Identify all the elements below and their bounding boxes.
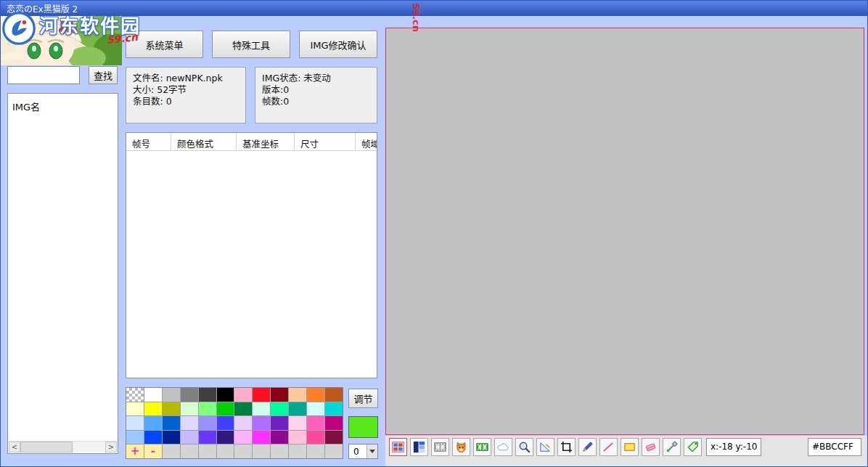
palette-swatch[interactable]: [307, 402, 324, 416]
combo-dropdown-button[interactable]: [367, 444, 377, 458]
filmstrip-tool-button[interactable]: [431, 438, 449, 456]
palette-empty-slot[interactable]: [199, 444, 216, 458]
palette-swatch[interactable]: [253, 388, 270, 402]
palette-swatch[interactable]: [271, 388, 288, 402]
palette-swatch[interactable]: [144, 431, 162, 444]
rectangle-tool-button[interactable]: [621, 438, 639, 456]
palette-remove-button[interactable]: -: [144, 444, 162, 458]
column-frame-number[interactable]: 帧号: [126, 133, 171, 150]
palette-transparent-swatch[interactable]: [126, 388, 144, 402]
palette-swatch[interactable]: [144, 416, 162, 430]
film-reel-tool-button[interactable]: [473, 438, 491, 456]
pencil-icon: [581, 440, 594, 454]
palette-swatch[interactable]: [289, 431, 306, 444]
frame-table[interactable]: 帧号 颜色格式 基准坐标 尺寸 帧域: [126, 132, 377, 378]
line-icon: [602, 440, 615, 454]
palette-swatch[interactable]: [126, 416, 144, 430]
eraser-tool-button[interactable]: [642, 438, 660, 456]
palette-swatch[interactable]: [253, 416, 270, 430]
palette-swatch[interactable]: [144, 388, 162, 402]
palette-swatch[interactable]: [325, 388, 343, 402]
palette-swatch[interactable]: [234, 402, 252, 416]
scroll-left-button[interactable]: <: [9, 442, 20, 452]
palette-swatch[interactable]: [325, 416, 343, 430]
palette-swatch[interactable]: [144, 402, 162, 416]
palette-swatch[interactable]: [234, 388, 252, 402]
dropper-tool-button[interactable]: [663, 438, 681, 456]
special-tools-button[interactable]: 特殊工具: [212, 31, 290, 58]
img-name-list[interactable]: IMG名 < >: [7, 93, 118, 454]
palette-swatch[interactable]: [307, 388, 324, 402]
search-input[interactable]: [7, 66, 80, 84]
crop-tool-button[interactable]: [557, 438, 576, 456]
file-name-line: 文件名: newNPK.npk: [133, 73, 239, 84]
palette-swatch[interactable]: [289, 416, 306, 430]
palette-empty-slot[interactable]: [271, 444, 288, 458]
palette-swatch[interactable]: [181, 388, 198, 402]
palette-swatch[interactable]: [199, 388, 216, 402]
column-frame-area[interactable]: 帧域: [356, 133, 377, 150]
column-size[interactable]: 尺寸: [295, 133, 356, 150]
magnifier-tool-button[interactable]: [515, 438, 533, 456]
palette-empty-slot[interactable]: [234, 444, 252, 458]
tag-tool-button[interactable]: [684, 438, 702, 456]
palette-empty-slot[interactable]: [181, 444, 198, 458]
frame-index-combo[interactable]: 0: [348, 444, 378, 459]
column-base-coords[interactable]: 基准坐标: [237, 133, 295, 150]
color-blocks-tool-button[interactable]: [410, 438, 428, 456]
palette-swatch[interactable]: [181, 431, 198, 444]
palette-swatch[interactable]: [199, 431, 216, 444]
palette-swatch[interactable]: [126, 402, 144, 416]
palette-empty-slot[interactable]: [217, 444, 234, 458]
find-button[interactable]: 查找: [89, 66, 118, 84]
adjust-button[interactable]: 调节: [348, 389, 378, 408]
palette-swatch[interactable]: [271, 402, 288, 416]
palette-swatch[interactable]: [234, 416, 252, 430]
palette-swatch[interactable]: [253, 402, 270, 416]
palette-swatch[interactable]: [126, 431, 144, 444]
palette-swatch[interactable]: [325, 431, 343, 444]
palette-add-button[interactable]: +: [126, 444, 144, 458]
palette-swatch[interactable]: [217, 402, 234, 416]
palette-empty-slot[interactable]: [253, 444, 270, 458]
pencil-tool-button[interactable]: [578, 438, 597, 456]
palette-swatch[interactable]: [271, 431, 288, 444]
scroll-right-button[interactable]: >: [105, 442, 117, 452]
system-menu-button[interactable]: 系统菜单: [126, 31, 203, 58]
palette-swatch[interactable]: [271, 416, 288, 430]
scroll-track[interactable]: [20, 442, 105, 452]
palette-swatch[interactable]: [181, 416, 198, 430]
canvas[interactable]: [385, 28, 864, 435]
palette-swatch[interactable]: [325, 402, 343, 416]
scroll-thumb[interactable]: [20, 442, 73, 452]
palette-empty-slot[interactable]: [163, 444, 180, 458]
palette-swatch[interactable]: [217, 388, 234, 402]
palette-swatch[interactable]: [163, 431, 180, 444]
cat-tool-button[interactable]: [452, 438, 470, 456]
palette-swatch[interactable]: [181, 402, 198, 416]
ruler-pen-tool-button[interactable]: [536, 438, 554, 456]
palette-empty-slot[interactable]: [307, 444, 324, 458]
img-list-horizontal-scrollbar[interactable]: < >: [9, 441, 117, 452]
palette-swatch[interactable]: [163, 416, 180, 430]
column-color-format[interactable]: 颜色格式: [171, 133, 237, 150]
palette-swatch[interactable]: [307, 416, 324, 430]
palette-swatch[interactable]: [199, 416, 216, 430]
palette-swatch[interactable]: [307, 431, 324, 444]
img-confirm-button[interactable]: IMG修改确认: [299, 31, 377, 58]
palette-swatch[interactable]: [217, 416, 234, 430]
palette-swatch[interactable]: [289, 388, 306, 402]
palette-empty-slot[interactable]: [325, 444, 343, 458]
palette-swatch[interactable]: [217, 431, 234, 444]
cloud-tool-button[interactable]: [494, 438, 512, 456]
palette-swatch[interactable]: [163, 402, 180, 416]
line-tool-button[interactable]: [599, 438, 618, 456]
palette-swatch[interactable]: [289, 402, 306, 416]
background-color-hex-field[interactable]: #BBCCFF: [808, 438, 861, 456]
palette-swatch[interactable]: [163, 388, 180, 402]
palette-empty-slot[interactable]: [289, 444, 306, 458]
palette-swatch[interactable]: [199, 402, 216, 416]
image-grid-tool-button[interactable]: [389, 438, 407, 456]
palette-swatch[interactable]: [253, 431, 270, 444]
palette-swatch[interactable]: [234, 431, 252, 444]
